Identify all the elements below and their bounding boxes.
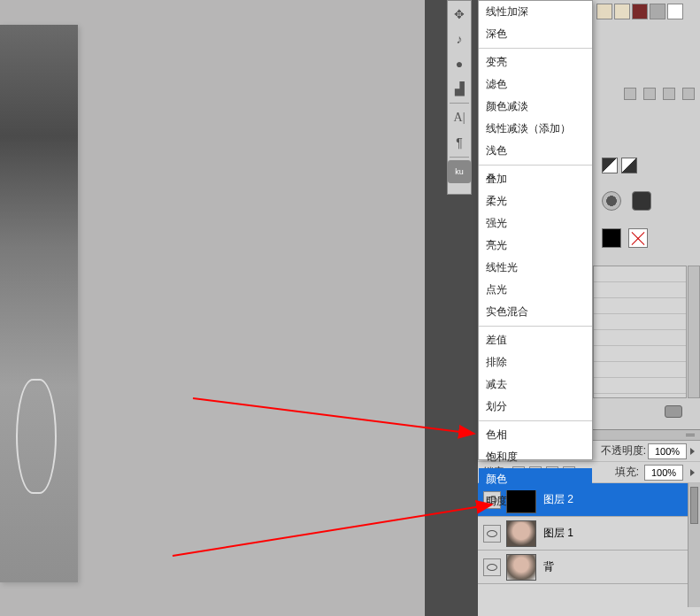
adjustment-buttons bbox=[602, 158, 637, 173]
layer-name-label[interactable]: 图层 1 bbox=[543, 526, 573, 541]
menu-item[interactable]: 实色混合 bbox=[479, 301, 592, 323]
trash-icon[interactable] bbox=[682, 88, 695, 100]
menu-separator bbox=[479, 48, 592, 49]
menu-item[interactable]: 点光 bbox=[479, 279, 592, 301]
text-a-icon[interactable]: A| bbox=[448, 106, 471, 129]
tool-separator bbox=[450, 157, 469, 158]
layer-row[interactable]: 图层 1 bbox=[478, 517, 700, 551]
menu-item[interactable]: 变亮 bbox=[479, 51, 592, 73]
panel-icon[interactable] bbox=[643, 88, 656, 100]
photo-content bbox=[0, 25, 78, 582]
path-icon[interactable]: ♪ bbox=[448, 27, 471, 50]
scrollbar[interactable] bbox=[688, 483, 700, 607]
dropdown-arrow-icon[interactable] bbox=[690, 469, 695, 476]
menu-item[interactable]: 排除 bbox=[479, 351, 592, 373]
menu-separator bbox=[479, 420, 592, 421]
scrollbar[interactable] bbox=[688, 266, 700, 398]
swatch[interactable] bbox=[632, 4, 648, 19]
menu-item[interactable]: 划分 bbox=[479, 396, 592, 418]
menu-item[interactable]: 差值 bbox=[479, 329, 592, 351]
document-photo bbox=[0, 25, 78, 582]
menu-separator bbox=[479, 326, 592, 327]
opacity-label: 不透明度: bbox=[601, 443, 646, 458]
opacity-field[interactable]: 100% bbox=[648, 443, 687, 459]
panel-icon[interactable] bbox=[624, 88, 636, 100]
layer-row[interactable]: 背 bbox=[478, 551, 700, 584]
mask-thumb-row bbox=[602, 228, 648, 248]
swatch-new[interactable] bbox=[667, 4, 683, 19]
mask-thumbnail[interactable] bbox=[602, 228, 621, 248]
swatch[interactable] bbox=[614, 4, 630, 19]
folder-icon[interactable] bbox=[665, 405, 682, 418]
dropdown-arrow-icon[interactable] bbox=[690, 448, 695, 455]
menu-item[interactable]: 减去 bbox=[479, 373, 592, 396]
menu-item[interactable]: 线性光 bbox=[479, 257, 592, 279]
list-row bbox=[594, 346, 686, 362]
tool-separator bbox=[450, 103, 469, 104]
menu-item[interactable]: 浅色 bbox=[479, 140, 592, 162]
stamp-icon[interactable]: ▟ bbox=[448, 77, 471, 100]
right-panel-upper bbox=[593, 0, 700, 429]
paragraph-icon[interactable]: ¶ bbox=[448, 131, 471, 154]
swatch[interactable] bbox=[596, 4, 612, 19]
list-row bbox=[594, 378, 686, 394]
menu-item[interactable]: 饱和度 bbox=[479, 446, 592, 468]
menu-item-selected[interactable]: 颜色 bbox=[479, 468, 592, 490]
empty-list bbox=[593, 266, 687, 398]
menu-item[interactable]: 线性减淡（添加） bbox=[479, 118, 592, 140]
mask-empty-icon[interactable] bbox=[628, 228, 648, 248]
menu-item[interactable]: 滤色 bbox=[479, 73, 592, 96]
vertical-toolbar: ✥ ♪ ● ▟ A| ¶ ku bbox=[447, 0, 472, 195]
menu-item[interactable]: 深色 bbox=[479, 23, 592, 45]
visibility-eye-icon[interactable] bbox=[483, 525, 501, 543]
mask-icon[interactable] bbox=[602, 191, 621, 211]
visibility-eye-icon[interactable] bbox=[483, 558, 501, 576]
layer-thumbnail[interactable] bbox=[506, 554, 536, 581]
menu-item[interactable]: 亮光 bbox=[479, 235, 592, 257]
blob-icon[interactable]: ● bbox=[448, 52, 471, 75]
layer-name-label[interactable]: 背 bbox=[543, 559, 554, 574]
menu-item[interactable]: 明度 bbox=[479, 490, 592, 512]
menu-separator bbox=[479, 165, 592, 166]
panel-icon[interactable] bbox=[663, 88, 675, 100]
list-row bbox=[594, 330, 686, 346]
list-row bbox=[594, 362, 686, 378]
menu-item[interactable]: 色相 bbox=[479, 424, 592, 446]
menu-item[interactable]: 线性加深 bbox=[479, 1, 592, 23]
mask-buttons bbox=[602, 191, 651, 211]
mask-icon[interactable] bbox=[632, 191, 651, 211]
menu-item[interactable]: 柔光 bbox=[479, 190, 592, 212]
list-row bbox=[594, 282, 686, 298]
adjustment-icon[interactable] bbox=[621, 158, 637, 173]
fill-field[interactable]: 100% bbox=[644, 465, 683, 481]
swatch-row bbox=[593, 0, 700, 23]
fill-label: 填充: bbox=[615, 465, 639, 480]
earring-shape bbox=[16, 379, 57, 494]
swatch[interactable] bbox=[650, 4, 665, 19]
panel-icon-row bbox=[602, 85, 695, 103]
move-icon[interactable]: ✥ bbox=[448, 3, 471, 26]
list-row bbox=[594, 298, 686, 314]
adjustment-icon[interactable] bbox=[602, 158, 618, 173]
menu-item[interactable]: 强光 bbox=[479, 212, 592, 235]
canvas-area bbox=[0, 0, 425, 616]
list-row bbox=[594, 266, 686, 282]
layer-thumbnail[interactable] bbox=[506, 520, 536, 547]
kuler-icon[interactable]: ku bbox=[448, 160, 471, 183]
menu-item[interactable]: 颜色减淡 bbox=[479, 96, 592, 118]
list-row bbox=[594, 314, 686, 330]
blend-mode-menu[interactable]: 线性加深 深色 变亮 滤色 颜色减淡 线性减淡（添加） 浅色 叠加 柔光 强光 … bbox=[478, 0, 593, 460]
menu-item[interactable]: 叠加 bbox=[479, 168, 592, 190]
